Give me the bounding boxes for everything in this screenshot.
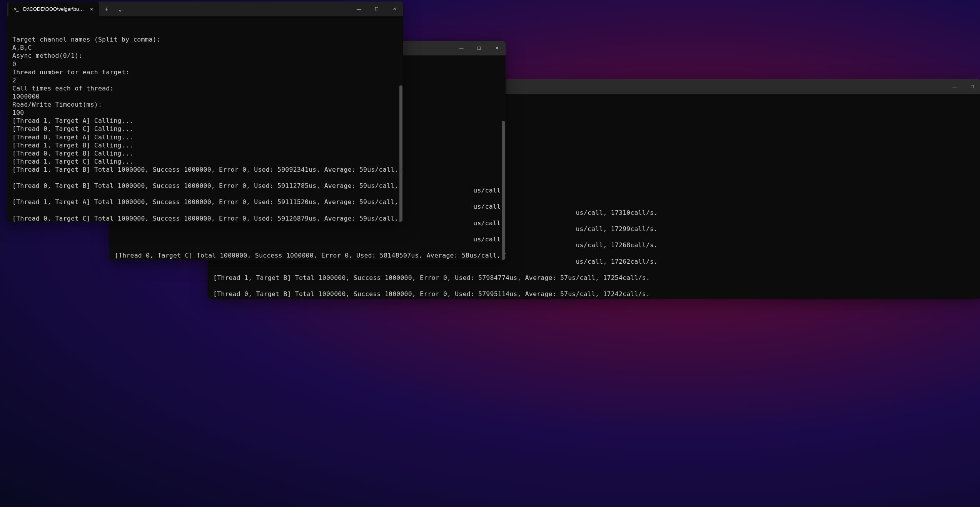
terminal-line: [Thread 1, Target C] Calling... xyxy=(12,157,398,166)
terminal-line xyxy=(213,282,976,290)
terminal-line: [Thread 0, Target C] Calling... xyxy=(12,125,398,133)
titlebar[interactable]: D:\CODE\OOO\veigar\build\b ✕ + ⌄ — ☐ ✕ xyxy=(7,2,403,16)
terminal-line: [Thread 1, Target A] Total 1000000, Succ… xyxy=(12,198,398,206)
terminal-line xyxy=(115,227,500,235)
terminal-line: us/call, 17213call/s. xyxy=(115,235,500,243)
window-controls: — ☐ xyxy=(946,79,980,94)
close-button[interactable]: ✕ xyxy=(386,2,403,16)
terminal-line: 100 xyxy=(12,109,398,117)
minimize-button[interactable]: — xyxy=(452,41,470,55)
terminal-line: Call times each of thread: xyxy=(12,84,398,92)
terminal-line: [Thread 0, Target A] Calling... xyxy=(12,133,398,141)
terminal-line xyxy=(12,206,398,214)
terminal-window-1: D:\CODE\OOO\veigar\build\b ✕ + ⌄ — ☐ ✕ T… xyxy=(7,2,403,222)
terminal-line: [Thread 0, Target B] Total 1000000, Succ… xyxy=(12,182,398,190)
terminal-line: 1000000 xyxy=(12,92,398,100)
terminal-line: 0 xyxy=(12,60,398,68)
terminal-line: [Thread 1, Target B] Total 1000000, Succ… xyxy=(12,166,398,174)
minimize-icon: — xyxy=(357,7,361,11)
minimize-button[interactable]: — xyxy=(946,79,963,94)
terminal-line: Target channel names (Split by comma): xyxy=(12,35,398,44)
scrollbar[interactable] xyxy=(399,16,402,222)
maximize-icon: ☐ xyxy=(477,46,481,51)
terminal-line xyxy=(115,259,500,260)
terminal-line: [Thread 1, Target A] Calling... xyxy=(12,117,398,125)
terminal-line: [Thread 0, Target B] Calling... xyxy=(12,149,398,157)
close-button[interactable]: ✕ xyxy=(488,41,506,55)
maximize-button[interactable]: ☐ xyxy=(368,2,386,16)
minimize-icon: — xyxy=(953,84,957,89)
terminal-line: [Thread 1, Target B] Calling... xyxy=(12,141,398,149)
terminal-tab[interactable]: D:\CODE\OOO\veigar\build\b ✕ xyxy=(8,2,99,16)
terminal-line: [Thread 1, Target B] Total 1000000, Succ… xyxy=(213,274,976,282)
terminal-output[interactable]: Target channel names (Split by comma):A,… xyxy=(7,16,403,222)
minimize-icon: — xyxy=(459,46,464,50)
terminal-line: 2 xyxy=(12,76,398,84)
window-controls: — ☐ ✕ xyxy=(452,41,506,55)
window-controls: — ☐ ✕ xyxy=(350,2,403,16)
terminal-line: [Thread 0, Target B] Total 1000000, Succ… xyxy=(213,290,976,298)
terminal-line: Read/Write Timeout(ms): xyxy=(12,100,398,109)
maximize-icon: ☐ xyxy=(970,84,974,89)
tab-title: D:\CODE\OOO\veigar\build\b xyxy=(23,6,85,12)
plus-icon: + xyxy=(104,5,108,13)
scrollbar-thumb[interactable] xyxy=(399,85,402,222)
maximize-icon: ☐ xyxy=(375,7,379,12)
terminal-line xyxy=(12,190,398,198)
terminal-line: [Thread 0, Target C] Total 1000000, Succ… xyxy=(115,251,500,259)
terminal-line: [Thread 0, Target C] Total 1000000, Succ… xyxy=(12,214,398,222)
terminal-line xyxy=(213,298,976,299)
terminal-line xyxy=(115,243,500,251)
tab-dropdown-button[interactable]: ⌄ xyxy=(113,2,127,16)
close-icon: ✕ xyxy=(393,7,396,12)
terminal-line: Async method(0/1): xyxy=(12,52,398,60)
terminal-line xyxy=(213,266,976,274)
cmd-icon xyxy=(13,6,19,12)
terminal-line xyxy=(12,174,398,182)
minimize-button[interactable]: — xyxy=(350,2,368,16)
tab-close-button[interactable]: ✕ xyxy=(88,6,95,12)
scrollbar[interactable] xyxy=(502,55,505,260)
terminal-line: A,B,C xyxy=(12,44,398,52)
terminal-line: Thread number for each target: xyxy=(12,68,398,76)
chevron-down-icon: ⌄ xyxy=(118,5,122,13)
close-icon: ✕ xyxy=(495,46,499,51)
maximize-button[interactable]: ☐ xyxy=(470,41,488,55)
new-tab-button[interactable]: + xyxy=(99,2,113,16)
maximize-button[interactable]: ☐ xyxy=(963,79,980,94)
scrollbar-thumb[interactable] xyxy=(502,121,505,260)
